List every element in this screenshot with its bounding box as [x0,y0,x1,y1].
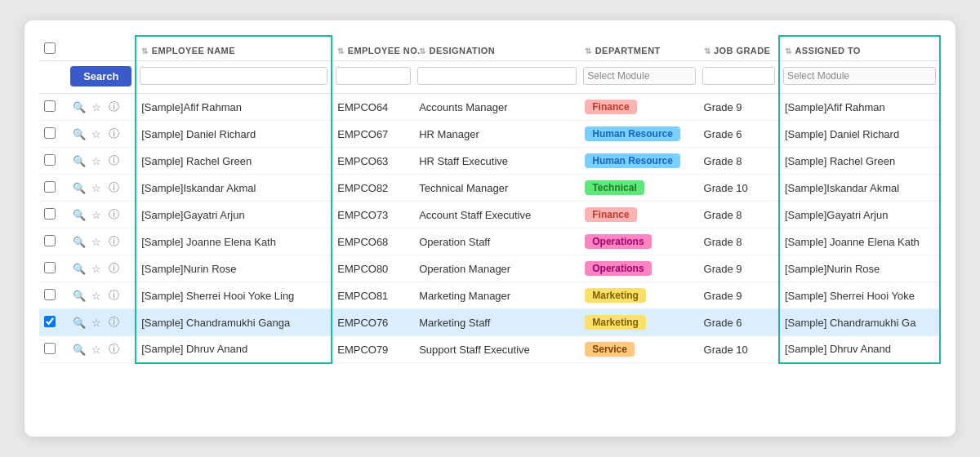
info-row-icon[interactable]: ⓘ [106,315,121,330]
table-row: 🔍 ☆ ⓘ [Sample] Dhruv AnandEMPCO79Support… [39,336,940,363]
star-row-icon[interactable]: ☆ [89,153,104,168]
table-row: 🔍 ☆ ⓘ [Sample] Chandramukhi GangaEMPCO76… [39,309,940,336]
search-row-icon[interactable]: 🔍 [72,100,87,114]
empno-cell: EMPCO73 [332,202,414,228]
star-row-icon[interactable]: ☆ [89,234,104,249]
star-row-icon[interactable]: ☆ [89,288,104,303]
designation-cell: Technical Manager [414,175,580,202]
designation-cell: Operation Manager [414,255,580,282]
assigned-filter-select[interactable]: Select Module [783,67,936,85]
star-row-icon[interactable]: ☆ [89,261,104,276]
empno-filter-input[interactable] [336,67,411,85]
empname-sort-icon: ⇅ [141,47,148,55]
designation-cell: Accounts Manager [414,94,580,121]
row-check-cell [39,282,67,309]
info-row-icon[interactable]: ⓘ [106,153,121,168]
star-row-icon[interactable]: ☆ [89,180,104,195]
row-actions-cell: 🔍 ☆ ⓘ [67,309,136,336]
table-row: 🔍 ☆ ⓘ [Sample] Rachel GreenEMPCO63HR Sta… [39,148,940,175]
empno-sort-icon: ⇅ [337,47,344,55]
department-cell: Operations [580,255,698,282]
jobgrade-cell: Grade 10 [699,175,779,202]
info-row-icon[interactable]: ⓘ [106,207,121,222]
star-row-icon[interactable]: ☆ [89,126,104,141]
department-badge: Finance [585,207,636,222]
search-row-icon[interactable]: 🔍 [72,180,87,195]
row-actions-cell: 🔍 ☆ ⓘ [67,121,136,148]
info-row-icon[interactable]: ⓘ [106,100,121,114]
empname-cell: [Sample]Iskandar Akmal [136,175,332,202]
info-row-icon[interactable]: ⓘ [106,288,121,303]
filter-check [39,61,67,94]
row-checkbox[interactable] [44,181,56,193]
department-badge: Marketing [585,315,646,330]
assigned-cell: [Sample]Nurin Rose [779,255,940,282]
department-filter-select[interactable]: Select Module [583,67,695,85]
info-row-icon[interactable]: ⓘ [106,261,121,276]
table-row: 🔍 ☆ ⓘ [Sample]Afif RahmanEMPCO64Accounts… [39,94,940,121]
jobgrade-cell: Grade 6 [699,121,779,148]
jobgrade-sort-icon: ⇅ [704,47,710,55]
assigned-cell: [Sample] Daniel Richard [779,121,940,148]
row-checkbox[interactable] [44,100,56,112]
star-row-icon[interactable]: ☆ [89,100,104,114]
filter-jobgrade [699,61,779,94]
search-row-icon[interactable]: 🔍 [72,261,87,276]
row-actions-cell: 🔍 ☆ ⓘ [67,94,136,121]
row-checkbox[interactable] [44,262,56,273]
row-checkbox[interactable] [44,343,56,354]
empname-cell: [Sample] Joanne Elena Kath [136,228,332,255]
department-cell: Marketing [580,309,698,336]
jobgrade-cell: Grade 6 [699,309,779,336]
designation-filter-input[interactable] [417,67,577,85]
table-wrapper: ⇅ EMPLOYEE NAME ⇅ EMPLOYEE NO. ⇅ D [39,35,941,364]
jobgrade-cell: Grade 9 [699,255,779,282]
info-row-icon[interactable]: ⓘ [106,126,121,141]
info-row-icon[interactable]: ⓘ [106,342,121,357]
search-row-icon[interactable]: 🔍 [72,207,87,222]
search-row-icon[interactable]: 🔍 [72,126,87,141]
row-check-cell [39,228,67,255]
row-checkbox[interactable] [44,208,56,220]
row-actions-cell: 🔍 ☆ ⓘ [67,255,136,282]
empno-cell: EMPCO76 [332,309,414,336]
info-row-icon[interactable]: ⓘ [106,234,121,249]
col-empno-label: EMPLOYEE NO. [348,46,421,55]
star-row-icon[interactable]: ☆ [89,315,104,330]
table-row: 🔍 ☆ ⓘ [Sample]Gayatri ArjunEMPCO73Accoun… [39,202,940,228]
row-checkbox[interactable] [44,154,56,166]
search-row-icon[interactable]: 🔍 [72,342,87,357]
department-cell: Technical [580,175,698,202]
row-checkbox[interactable] [44,235,56,246]
star-row-icon[interactable]: ☆ [89,207,104,222]
search-row-icon[interactable]: 🔍 [72,315,87,330]
row-check-cell [39,336,67,363]
col-department-header: ⇅ DEPARTMENT [580,36,698,61]
empname-filter-input[interactable] [140,67,327,85]
row-check-cell [39,121,67,148]
filter-row: Search Select Module [39,61,940,94]
assigned-cell: [Sample] Joanne Elena Kath [779,228,940,255]
row-checkbox[interactable] [44,127,56,139]
jobgrade-filter-input[interactable] [702,67,775,85]
department-badge: Human Resource [585,126,680,141]
select-all-checkbox[interactable] [44,42,56,54]
info-row-icon[interactable]: ⓘ [106,180,121,195]
col-assigned-header: ⇅ ASSIGNED TO [779,36,940,61]
star-row-icon[interactable]: ☆ [89,342,104,357]
search-row-icon[interactable]: 🔍 [72,288,87,303]
filter-assigned: Select Module [779,61,940,94]
assigned-sort-icon: ⇅ [785,47,791,55]
assigned-cell: [Sample] Sherrei Hooi Yoke [779,282,940,309]
search-button[interactable]: Search [70,66,131,87]
assigned-cell: [Sample] Chandramukhi Ga [779,309,940,336]
col-designation-header: ⇅ DESIGNATION [414,36,580,61]
row-checkbox[interactable] [44,289,56,300]
jobgrade-cell: Grade 8 [699,202,779,228]
search-row-icon[interactable]: 🔍 [72,234,87,249]
search-row-icon[interactable]: 🔍 [72,153,87,168]
empno-cell: EMPCO81 [332,282,414,309]
row-check-cell [39,309,67,336]
row-checkbox[interactable] [44,316,56,327]
department-cell: Finance [580,202,698,228]
